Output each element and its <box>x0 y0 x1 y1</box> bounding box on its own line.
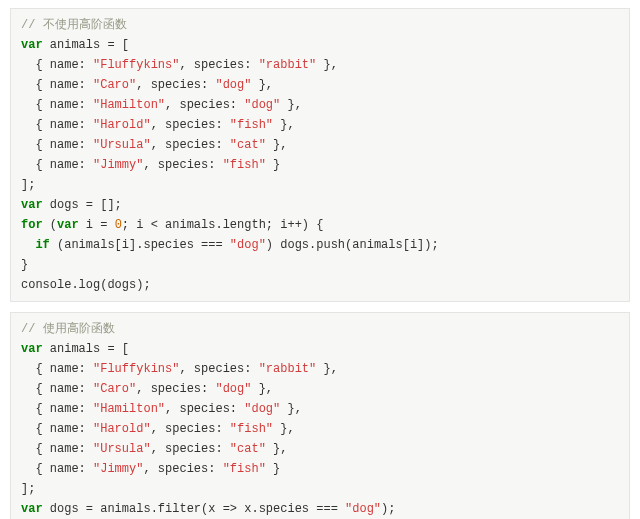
code-line: { name: "Harold", species: "fish" }, <box>21 419 619 439</box>
token-string: "fish" <box>223 462 266 476</box>
token-ident: }, <box>316 58 338 72</box>
token-ident <box>21 238 35 252</box>
token-ident: }, <box>280 98 302 112</box>
token-string: "fish" <box>230 422 273 436</box>
code-line: ]; <box>21 175 619 195</box>
token-ident: { name: <box>21 118 93 132</box>
code-line: var animals = [ <box>21 339 619 359</box>
token-ident: } <box>266 462 280 476</box>
token-ident: }, <box>280 402 302 416</box>
token-ident: { name: <box>21 138 93 152</box>
token-string: "cat" <box>230 442 266 456</box>
token-string: "Jimmy" <box>93 462 143 476</box>
code-line: { name: "Harold", species: "fish" }, <box>21 115 619 135</box>
token-string: "dog" <box>345 502 381 516</box>
token-ident: , species: <box>165 98 244 112</box>
token-ident: , species: <box>143 158 222 172</box>
token-string: "Caro" <box>93 78 136 92</box>
token-ident: dogs = []; <box>43 198 122 212</box>
token-keyword: var <box>21 38 43 52</box>
token-ident: { name: <box>21 462 93 476</box>
token-ident: ; i < animals.length; i++) { <box>122 218 324 232</box>
token-ident: } <box>266 158 280 172</box>
code-line: { name: "Caro", species: "dog" }, <box>21 379 619 399</box>
code-line: { name: "Fluffykins", species: "rabbit" … <box>21 55 619 75</box>
code-line: { name: "Hamilton", species: "dog" }, <box>21 399 619 419</box>
token-string: "rabbit" <box>259 362 317 376</box>
token-string: "Hamilton" <box>93 98 165 112</box>
code-line: // 使用高阶函数 <box>21 319 619 339</box>
token-ident: , species: <box>165 402 244 416</box>
code-line: // 不使用高阶函数 <box>21 15 619 35</box>
token-string: "dog" <box>230 238 266 252</box>
code-line: { name: "Jimmy", species: "fish" } <box>21 155 619 175</box>
code-line: { name: "Ursula", species: "cat" }, <box>21 439 619 459</box>
code-line: var dogs = animals.filter(x => x.species… <box>21 499 619 519</box>
token-string: "Caro" <box>93 382 136 396</box>
code-line: { name: "Jimmy", species: "fish" } <box>21 459 619 479</box>
token-keyword: var <box>21 342 43 356</box>
token-string: "Harold" <box>93 422 151 436</box>
token-keyword: var <box>57 218 79 232</box>
token-string: "fish" <box>230 118 273 132</box>
token-ident: , species: <box>179 58 258 72</box>
token-ident: , species: <box>179 362 258 376</box>
token-ident: }, <box>273 118 295 132</box>
token-number: 0 <box>115 218 122 232</box>
token-keyword: for <box>21 218 43 232</box>
token-keyword: var <box>21 198 43 212</box>
code-line: if (animals[i].species === "dog") dogs.p… <box>21 235 619 255</box>
token-ident: , species: <box>151 422 230 436</box>
token-ident: , species: <box>143 462 222 476</box>
token-comment: // 不使用高阶函数 <box>21 18 127 32</box>
code-line: ]; <box>21 479 619 499</box>
token-string: "dog" <box>215 382 251 396</box>
token-string: "Fluffykins" <box>93 58 179 72</box>
token-string: "dog" <box>244 402 280 416</box>
token-string: "Ursula" <box>93 138 151 152</box>
token-ident: { name: <box>21 58 93 72</box>
code-line: } <box>21 255 619 275</box>
token-ident: { name: <box>21 402 93 416</box>
token-ident: ( <box>43 218 57 232</box>
token-string: "fish" <box>223 158 266 172</box>
token-string: "Fluffykins" <box>93 362 179 376</box>
code-line: for (var i = 0; i < animals.length; i++)… <box>21 215 619 235</box>
token-ident: animals = [ <box>43 38 129 52</box>
token-string: "dog" <box>215 78 251 92</box>
code-line: var dogs = []; <box>21 195 619 215</box>
token-keyword: if <box>35 238 49 252</box>
token-ident: }, <box>266 138 288 152</box>
token-ident: (animals[i].species === <box>50 238 230 252</box>
token-ident: } <box>21 258 28 272</box>
token-string: "Jimmy" <box>93 158 143 172</box>
token-ident: }, <box>273 422 295 436</box>
token-ident: console.log(dogs); <box>21 278 151 292</box>
token-ident: { name: <box>21 442 93 456</box>
token-ident: ) dogs.push(animals[i]); <box>266 238 439 252</box>
token-string: "dog" <box>244 98 280 112</box>
token-ident: }, <box>251 382 273 396</box>
token-ident: ]; <box>21 482 35 496</box>
token-string: "cat" <box>230 138 266 152</box>
token-ident: ]; <box>21 178 35 192</box>
token-comment: // 使用高阶函数 <box>21 322 115 336</box>
token-ident: }, <box>316 362 338 376</box>
token-ident: { name: <box>21 98 93 112</box>
token-ident: }, <box>266 442 288 456</box>
token-string: "Ursula" <box>93 442 151 456</box>
token-ident: { name: <box>21 382 93 396</box>
token-ident: { name: <box>21 362 93 376</box>
token-string: "Hamilton" <box>93 402 165 416</box>
token-ident: i = <box>79 218 115 232</box>
code-line: var animals = [ <box>21 35 619 55</box>
code-line: { name: "Ursula", species: "cat" }, <box>21 135 619 155</box>
token-ident: , species: <box>151 442 230 456</box>
token-ident: , species: <box>151 118 230 132</box>
token-keyword: var <box>21 502 43 516</box>
token-ident: { name: <box>21 158 93 172</box>
code-line: { name: "Fluffykins", species: "rabbit" … <box>21 359 619 379</box>
token-ident: { name: <box>21 78 93 92</box>
token-ident: animals = [ <box>43 342 129 356</box>
token-string: "rabbit" <box>259 58 317 72</box>
